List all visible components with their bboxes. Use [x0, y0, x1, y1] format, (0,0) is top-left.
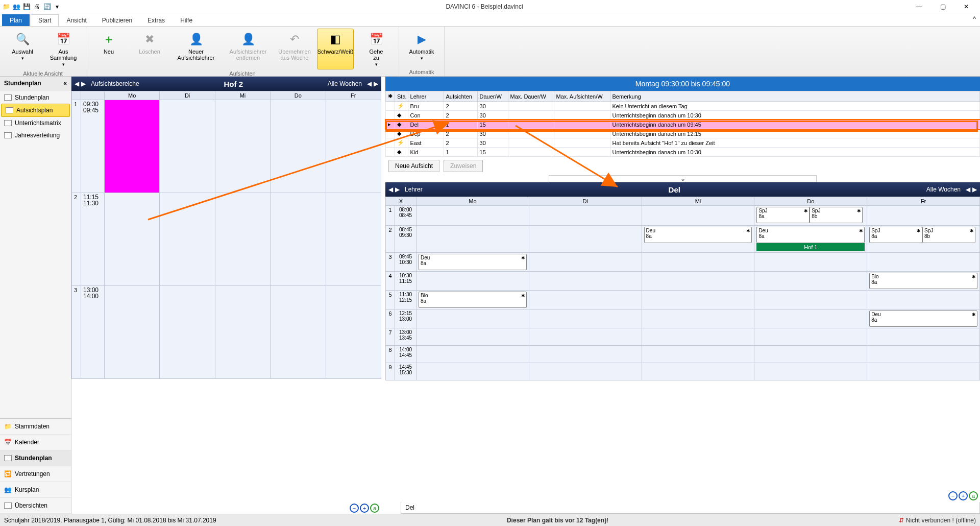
people-icon: 👥 — [4, 486, 12, 493]
next-week-icon[interactable]: ▶ — [373, 80, 379, 87]
nav-vertretungen[interactable]: 🔁Vertretungen — [0, 466, 71, 482]
lesson-block[interactable]: Deu✱8a — [756, 227, 865, 243]
neue-aufsicht-button[interactable]: Neue Aufsicht — [388, 160, 439, 172]
teacher-table[interactable]: ✱ Sta Lehrer Aufsichten Dauer/W Max. Dau… — [385, 91, 980, 157]
auswahl-button[interactable]: 🔍Auswahl▾ — [4, 29, 41, 69]
zuweisen-button[interactable]: Zuweisen — [444, 160, 483, 172]
nav-jahresverteilung[interactable]: Jahresverteilung — [0, 129, 71, 141]
prev-week2-icon[interactable]: ◀ — [965, 186, 971, 193]
qat-icon-2[interactable]: 👥 — [12, 3, 20, 11]
nav-stundenplan[interactable]: Stundenplan — [0, 91, 71, 104]
gehe-zu-button[interactable]: 📅Gehe zu▾ — [358, 29, 395, 69]
teacher-row[interactable]: ◆Kid115Unterrichtsbeginn danach um 10:30 — [386, 148, 980, 157]
person-remove-icon: 👤 — [240, 31, 256, 47]
prev-area-icon[interactable]: ◀ — [74, 80, 80, 87]
nav-aufsichtsplan[interactable]: Aufsichtsplan — [1, 104, 70, 117]
lesson-block[interactable]: Deu✱8a — [869, 310, 977, 327]
lesson-block[interactable]: Deu✱8a — [644, 227, 752, 243]
lesson-block[interactable]: SpJ✱8b — [922, 227, 975, 243]
next-teacher-icon[interactable]: ▶ — [394, 186, 401, 193]
nav-unterrichtsmatrix[interactable]: Unterrichtsmatrix — [0, 117, 71, 129]
plan-row[interactable]: 814:0014:45 — [386, 346, 980, 363]
calendar-icon: 📅 — [55, 31, 71, 47]
tab-extras[interactable]: Extras — [140, 14, 173, 26]
loeschen-button[interactable]: ✖Löschen — [131, 29, 168, 69]
plan-row[interactable]: 309:4510:30Deu✱8a — [386, 253, 980, 272]
nav-kursplan[interactable]: 👥Kursplan — [0, 482, 71, 498]
zoom-out-icon[interactable]: − — [350, 504, 359, 513]
right-panel: Montag 09:30:00 bis 09:45:00 ✱ Sta Lehre… — [385, 77, 980, 514]
teacher-tab[interactable]: Del — [401, 502, 980, 514]
status-mid: Dieser Plan galt bis vor 12 Tag(en)! — [227, 517, 889, 524]
lesson-block[interactable]: SpJ✱8b — [810, 207, 863, 223]
chevron-left-icon[interactable]: « — [63, 80, 67, 87]
tab-start[interactable]: Start — [31, 14, 59, 26]
zoom-fit2-icon[interactable]: a — [969, 491, 978, 500]
collapse-handle[interactable]: ⌄ — [549, 175, 817, 182]
tab-ansicht[interactable]: Ansicht — [59, 14, 94, 26]
minimize-button[interactable]: — — [908, 0, 931, 13]
teacher-row[interactable]: ▸◆Del115Unterrichtsbeginn danach um 09:4… — [386, 120, 980, 129]
zoom-in-icon[interactable]: + — [360, 504, 369, 513]
qat-icon-1[interactable]: 📁 — [2, 3, 10, 11]
plan-row[interactable]: 208:4509:30Deu✱8aDeu✱8aHof 1SpJ✱8aSpJ✱8b — [386, 226, 980, 253]
plan-row[interactable]: 612:1513:00Deu✱8a — [386, 309, 980, 328]
schwarz-weiss-button[interactable]: ◧Schwarz/Weiß — [317, 29, 354, 69]
close-button[interactable]: ✕ — [954, 0, 978, 13]
zoom-in2-icon[interactable]: + — [959, 491, 968, 500]
neuer-aufsichtslehrer-button[interactable]: 👤Neuer Aufsichtslehrer — [172, 29, 220, 69]
plan-row[interactable]: 713:0013:45 — [386, 328, 980, 346]
plan-row[interactable]: 511:3012:15Bio✱8a — [386, 291, 980, 309]
offline-icon: ⇵ — [899, 517, 905, 524]
grid-icon — [6, 107, 13, 113]
qat-print-icon[interactable]: 🖨 — [33, 3, 41, 11]
lesson-block[interactable]: Bio✱8a — [869, 273, 977, 289]
automatik-button[interactable]: ▶Automatik▾ — [403, 29, 440, 68]
lesson-block[interactable]: SpJ✱8a — [756, 207, 810, 223]
ribbon-collapse-icon[interactable]: ^ — [973, 15, 976, 22]
tab-plan[interactable]: Plan — [2, 14, 30, 26]
grid-icon — [4, 94, 12, 101]
next-week2-icon[interactable]: ▶ — [971, 186, 978, 193]
teacher-row[interactable]: ⚡East230Hat bereits Aufsicht "Hof 1" zu … — [386, 138, 980, 148]
aufsichts-grid[interactable]: MoDiMiDoFr 109:3009:45 211:1511:30 313:0… — [71, 91, 381, 379]
nav-kalender[interactable]: 📅Kalender — [0, 435, 71, 450]
nav-uebersichten[interactable]: Übersichten — [0, 498, 71, 514]
nav-stammdaten[interactable]: 📁Stammdaten — [0, 419, 71, 435]
plus-icon: ＋ — [101, 31, 117, 47]
selected-slot[interactable] — [105, 100, 160, 193]
next-area-icon[interactable]: ▶ — [80, 80, 87, 87]
plan-row[interactable]: 410:3011:15Bio✱8a — [386, 272, 980, 291]
prev-week-icon[interactable]: ◀ — [366, 80, 373, 87]
plan-row[interactable]: 914:4515:30 — [386, 363, 980, 380]
teacher-row[interactable]: ◆Dep230Unterrichtsbeginn danach um 12:15 — [386, 129, 980, 138]
grid-icon — [4, 455, 12, 461]
qat-dropdown-icon[interactable]: ▾ — [53, 3, 61, 11]
prev-teacher-icon[interactable]: ◀ — [387, 186, 394, 193]
teacher-row[interactable]: ⚡Bru230Kein Unterricht an diesem Tag — [386, 102, 980, 111]
uebernehmen-button[interactable]: ↶Übernehmen aus Woche — [276, 29, 313, 69]
lesson-block[interactable]: Bio✱8a — [419, 292, 527, 308]
qat-save-icon[interactable]: 💾 — [22, 3, 31, 11]
hof-block[interactable]: Hof 1 — [756, 243, 865, 251]
teacher-plan-grid[interactable]: X MoDiMiDoFr 108:0008:45SpJ✱8aSpJ✱8b208:… — [385, 197, 980, 380]
tab-publizieren[interactable]: Publizieren — [94, 14, 140, 26]
aufsichtslehrer-entfernen-button[interactable]: 👤Aufsichtslehrer entfernen — [224, 29, 272, 69]
maximize-button[interactable]: ▢ — [931, 0, 954, 13]
lesson-block[interactable]: SpJ✱8a — [869, 227, 922, 243]
qat-refresh-icon[interactable]: 🔄 — [43, 3, 51, 11]
teacher-title: Del — [427, 185, 922, 194]
zoom-out2-icon[interactable]: − — [948, 491, 958, 500]
lesson-block[interactable]: Deu✱8a — [419, 254, 527, 270]
undo-icon: ↶ — [286, 31, 303, 47]
teacher-row[interactable]: ◆Con230Unterrichtsbeginn danach um 10:30 — [386, 111, 980, 120]
plan-row[interactable]: 108:0008:45SpJ✱8aSpJ✱8b — [386, 206, 980, 226]
zoom-fit-icon[interactable]: a — [370, 504, 379, 513]
ribbon-group-automatik: ▶Automatik▾ Automatik — [399, 27, 445, 76]
left-navigation: Stundenplan« Stundenplan Aufsichtsplan U… — [0, 77, 71, 514]
neu-button[interactable]: ＋Neu — [90, 29, 127, 69]
nav-stundenplan-bottom[interactable]: Stundenplan — [0, 450, 71, 466]
aus-sammlung-button[interactable]: 📅Aus Sammlung▾ — [45, 29, 82, 69]
tab-hilfe[interactable]: Hilfe — [173, 14, 200, 26]
calendar-icon: 📅 — [4, 439, 12, 446]
